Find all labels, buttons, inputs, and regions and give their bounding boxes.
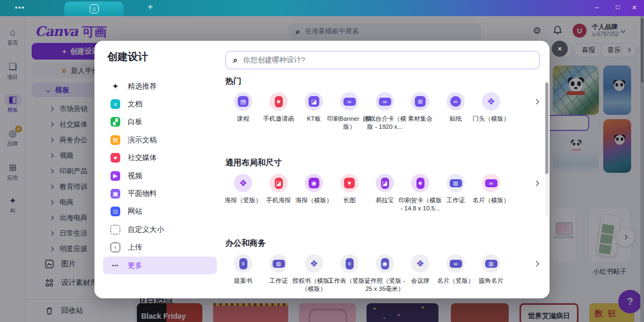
maximize-button[interactable]: □ [613,3,623,11]
menu-item-website[interactable]: ⊡网站 [103,203,217,221]
modal-search-placeholder: 你想创建哪种设计? [243,55,305,65]
section-hot-scroll-right[interactable] [530,96,542,107]
document-icon: ≡ [239,258,247,269]
id-card-icon: ▥ [273,260,285,268]
sticker-icon: ∞ [450,96,461,107]
presentation-icon: ▤ [111,135,120,145]
design-type-long-image[interactable]: ♥长图 [332,174,367,213]
modal-title: 创建设计 [107,50,148,64]
modal-menu: ✦精选推荐 ≡文档 ▞白板 ▤演示文稿 ♥社交媒体 ▶视频 ▣平面物料 ⊡网站 … [103,77,217,274]
design-type-id-photo[interactable]: ◉证件照（竖版 - 25 x 35毫米） [367,254,402,293]
book-icon: ▤ [238,96,248,107]
image-page-icon: ◪ [309,96,319,107]
design-type-phone-invite[interactable]: ★手机邀请函 [261,92,296,131]
card-star-icon: ★ [416,178,425,189]
printer-icon: ▣ [111,189,120,199]
menu-item-more[interactable]: •••更多 [103,257,217,274]
menu-item-custom-size[interactable]: 自定义大小 [103,221,217,238]
document-icon: ≡ [346,258,354,269]
design-type-asset-collection[interactable]: ⊞素材集合 [402,92,438,131]
home-tab-icon: ⌂ [90,4,99,13]
video-icon: ▶ [111,171,120,181]
custom-size-icon [111,225,120,235]
banner-icon: ∞ [343,98,356,106]
section-layouts-scroll-right[interactable] [530,177,542,189]
create-design-modal: 创建设计 ⌕ 你想创建哪种设计? ✦精选推荐 ≡文档 ▞白板 ▤演示文稿 ♥社交… [94,41,550,298]
id-card-icon: ▥ [450,179,462,187]
shapes-icon: ❖ [415,258,426,269]
sparkle-icon: ✦ [111,82,120,91]
browser-icon: ⊡ [111,207,120,216]
section-hot: 热门 ▤课程 ★手机邀请函 ◪KT板 ∞印刷Banner（横版） ∞游戏自介卡（… [225,76,542,86]
design-type-authorization[interactable]: ❖授权书（横版）（横版） [296,254,332,293]
upload-icon: ↑ [111,243,120,252]
menu-item-upload[interactable]: ↑上传 [103,239,217,257]
modal-scrollbar-thumb[interactable] [545,83,548,174]
section-business-row: ≡提案书 ▥工作证 ❖授权书（横版）（横版） ≡工作表（竖版） ◉证件照（竖版 … [225,254,509,293]
business-card-icon: ∞ [485,179,497,187]
design-type-conference-sign[interactable]: ❖会议牌 [402,254,438,293]
design-type-rounded-business-card[interactable]: ▥圆角名片 [473,254,509,293]
search-icon: ⌕ [233,55,238,65]
design-type-proposal[interactable]: ≡提案书 [225,254,261,293]
browser-menu-icon[interactable]: ••• [15,4,25,11]
ellipsis-icon: ••• [111,261,120,270]
menu-item-whiteboard[interactable]: ▞白板 [103,113,217,131]
design-type-course[interactable]: ▤课程 [225,92,261,131]
modal-close-button[interactable]: × [552,41,568,57]
app-window: ••• ⌂ + – □ × ⌂ 首页 ❏ 项目 ◧ 模板 ♛ ◎ 品牌 ⊞ 应用 [0,0,644,322]
menu-item-print-material[interactable]: ▣平面物料 [103,185,217,202]
design-type-sticker[interactable]: ∞贴纸 [438,92,473,131]
document-icon: ≡ [111,99,120,109]
grid-icon: ⊞ [415,96,426,107]
id-card-icon: ▥ [485,260,497,268]
menu-item-social-media[interactable]: ♥社交媒体 [103,149,217,167]
portrait-icon: ◉ [381,258,389,269]
design-type-work-badge[interactable]: ▥工作证 [438,174,473,213]
menu-item-featured[interactable]: ✦精选推荐 [103,77,217,95]
business-card-icon: ∞ [450,260,462,268]
section-layouts: 通用布局和尺寸 ❖海报（竖版） ◪手机海报 ◉海报（横版） ♥长图 ◪易拉宝 ★… [225,158,542,168]
window-titlebar: ••• ⌂ + – □ × [0,0,644,16]
heart-icon: ♥ [111,153,120,163]
design-type-game-card[interactable]: ∞游戏自介卡（横版 - 1920 x... [367,92,402,131]
design-type-greeting-card[interactable]: ★印刷贺卡（横版 - 14.8 x 10.5... [402,174,438,213]
banner-stand-icon: ◪ [381,178,389,189]
phone-image-icon: ◪ [275,178,283,189]
menu-item-video[interactable]: ▶视频 [103,167,217,185]
menu-item-docs[interactable]: ≡文档 [103,95,217,113]
section-business-scroll-right[interactable] [530,258,542,269]
section-hot-row: ▤课程 ★手机邀请函 ◪KT板 ∞印刷Banner（横版） ∞游戏自介卡（横版 … [225,92,509,131]
design-type-business-card-portrait[interactable]: ∞名片（竖版） [438,254,473,293]
shapes-icon: ❖ [309,258,319,269]
new-tab-button[interactable]: + [148,2,153,12]
close-window-button[interactable]: × [630,3,639,12]
poster-icon: ◉ [309,178,319,188]
modal-search-input[interactable]: ⌕ 你想创建哪种设计? [225,51,540,69]
design-type-phone-poster[interactable]: ◪手机海报 [261,174,296,213]
shapes-icon: ❖ [486,96,496,107]
heart-square-icon: ♥ [344,178,355,188]
section-layouts-row: ❖海报（竖版） ◪手机海报 ◉海报（横版） ♥长图 ◪易拉宝 ★印刷贺卡（横版 … [225,174,509,213]
design-type-poster-landscape[interactable]: ◉海报（横版） [296,174,332,213]
browser-tab-home[interactable]: ⌂ [64,2,123,16]
menu-item-presentation[interactable]: ▤演示文稿 [103,131,217,149]
whiteboard-icon: ▞ [111,117,120,127]
shapes-icon: ❖ [238,178,248,188]
design-type-storefront[interactable]: ❖门头（横版） [473,92,509,131]
design-type-poster-portrait[interactable]: ❖海报（竖版） [225,174,261,213]
section-business: 办公和商务 ≡提案书 ▥工作证 ❖授权书（横版）（横版） ≡工作表（竖版） ◉证… [225,238,542,248]
card-icon: ∞ [379,98,391,106]
design-type-business-card-landscape[interactable]: ∞名片（横版） [473,174,509,213]
phone-star-icon: ★ [275,96,283,107]
minimize-button[interactable]: – [592,3,602,11]
